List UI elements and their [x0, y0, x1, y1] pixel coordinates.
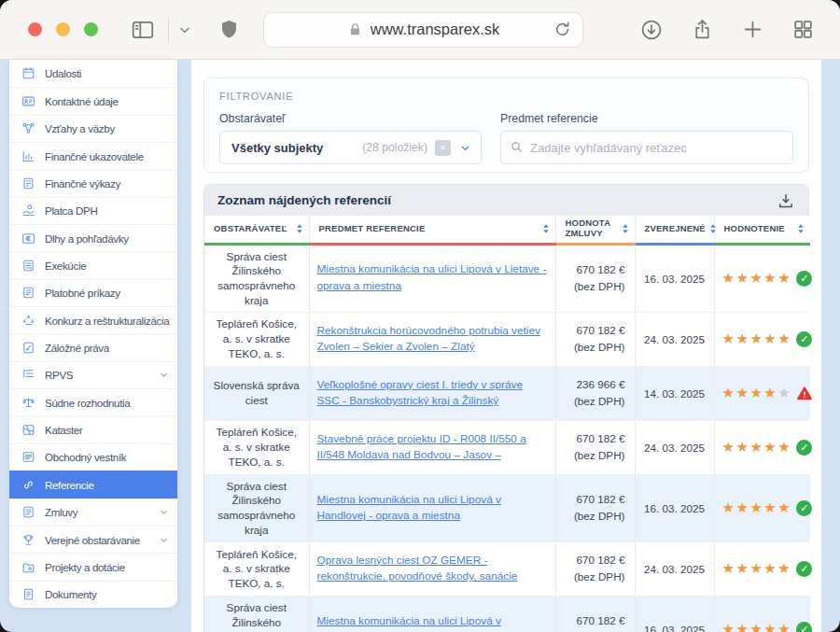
plus-icon [741, 18, 764, 41]
star-rating: ★★★★★ [722, 560, 792, 576]
browser-window: www.transparex.sk UdalostiKontaktné úd [0, 0, 840, 632]
column-header-hodnotenie[interactable]: HODNOTENIE [714, 216, 810, 244]
downloads-button[interactable] [639, 18, 664, 42]
reference-link[interactable]: Stavebné práce projektu ID - R008 II/550… [317, 432, 526, 462]
reference-link[interactable]: Miestna komunikácia na ulici Lipová v Li… [317, 262, 547, 292]
buyer-select-value: Všetky subjekty [231, 141, 323, 155]
tab-overview-button[interactable] [791, 18, 815, 41]
subject-cell: Oprava lesných ciest OZ GEMER -rekonštru… [309, 541, 555, 596]
column-header-hodnota-zmluvy[interactable]: HODNOTA ZMLUVY [555, 216, 635, 244]
buyer-cell: Slovenská správa ciest [204, 366, 309, 420]
published-cell: 16. 03. 2025 [635, 244, 714, 312]
gavel-doc-icon [21, 259, 35, 273]
rating-cell: ★★★★★ [714, 366, 810, 420]
buyer-cell: Tepláreň Košice, a. s. v skratke TEKO, a… [204, 312, 309, 366]
column-label: PREDMET REFERENCIE [319, 224, 426, 234]
table-row: Správa ciest Žilinského samosprávneho kr… [204, 474, 810, 541]
reference-link[interactable]: Rekonštrukcia horúcovodného potrubia vet… [317, 324, 540, 354]
star-rating: ★★★★★ [722, 330, 792, 346]
clear-filter-button[interactable]: × [435, 140, 451, 156]
sidebar-item-vz-ahy-a-v-zby[interactable]: Vzťahy a väzby [9, 115, 177, 142]
sidebar-item-konkurz-a-re-trukturaliz-cia[interactable]: Konkurz a reštrukturalizácia [9, 306, 177, 333]
export-button[interactable] [777, 191, 795, 210]
sidebar-item-udalosti[interactable]: Udalosti [9, 60, 177, 87]
sidebar-item-s-dne-rozhodnutia[interactable]: Súdne rozhodnutia [9, 388, 177, 415]
value-cell: 670 182 €(bez DPH) [555, 474, 635, 541]
sidebar-item-referencie[interactable]: Referencie [9, 470, 177, 498]
sidebar-toggle-button[interactable] [131, 18, 155, 42]
subject-cell: Stavebné práce projektu ID - R008 II/550… [309, 420, 555, 474]
contract-icon [21, 505, 35, 519]
address-bar[interactable]: www.transparex.sk [263, 12, 583, 48]
sidebar-item-z-lo-n-pr-va[interactable]: Záložné práva [9, 333, 177, 360]
privacy-report-button[interactable] [217, 17, 241, 42]
column-header-predmet-referencie[interactable]: PREDMET REFERENCIE [309, 216, 555, 244]
sort-icon [709, 223, 717, 234]
chevron-down-icon [159, 535, 169, 545]
column-label: HODNOTA ZMLUVY [566, 218, 618, 239]
lock-icon [347, 21, 363, 37]
sort-icon [296, 223, 303, 234]
close-button[interactable] [28, 22, 42, 36]
url-text: www.transparex.sk [371, 21, 499, 38]
sidebar-item-exek-cie[interactable]: Exekúcie [9, 251, 177, 278]
sidebar-item-label: Projekty a dotácie [45, 561, 125, 573]
status-warning-icon [796, 386, 813, 401]
status-ok-icon: ✓ [796, 271, 812, 287]
reload-button[interactable] [553, 20, 572, 42]
sidebar-item-finan-n-v-kazy[interactable]: Finančné výkazy [9, 169, 177, 196]
sidebar-item-dlhy-a-poh-ad-vky[interactable]: Dlhy a pohľadávky [9, 224, 177, 251]
sidebar-item-zmluvy[interactable]: Zmluvy [9, 499, 177, 526]
sidebar-item-kataster[interactable]: Kataster [9, 415, 177, 442]
column-header-zverejnen[interactable]: ZVEREJNENÉ [635, 216, 714, 244]
column-label: ZVEREJNENÉ [645, 224, 706, 234]
published-cell: 24. 03. 2025 [635, 312, 714, 366]
column-header-obstar-vate[interactable]: OBSTARÁVATEĽ [204, 216, 309, 244]
reference-link[interactable]: Veľkoplošné opravy ciest I. triedy v spr… [317, 378, 523, 408]
sidebar-item-rpvs[interactable]: RPVS [9, 361, 177, 388]
sidebar-item-platca-dph[interactable]: Platca DPH [9, 197, 177, 224]
status-ok-icon: ✓ [796, 331, 812, 347]
sidebar-item-label: Zmluvy [45, 506, 77, 518]
subject-cell: Miestna komunikácia na ulici Lipová v Ha… [309, 474, 555, 541]
network-icon [21, 121, 35, 135]
sidebar-item-label: RPVS [45, 369, 73, 381]
reference-link[interactable]: Miestna komunikácia na ulici Lipová v Ha… [317, 493, 501, 523]
sidebar-menu-button[interactable] [178, 23, 191, 36]
reference-link[interactable]: Miestna komunikácia na ulici Lipová v Ha… [317, 614, 501, 632]
sidebar-item-obchodn-vestn-k[interactable]: Obchodný vestník [9, 443, 177, 470]
zoom-button[interactable] [84, 22, 98, 36]
value-cell: 670 182 €(bez DPH) [555, 541, 635, 596]
sidebar-item-projekty-a-dot-cie[interactable]: Projekty a dotácie [9, 553, 177, 580]
sidebar-item-label: Referencie [45, 479, 94, 491]
buyer-cell: Tepláreň Košice, a. s. v skratke TEKO, a… [204, 420, 309, 474]
buyer-select[interactable]: Všetky subjekty (28 položiek) × [219, 131, 482, 164]
subject-search-input[interactable] [500, 131, 793, 164]
subject-search-wrap [500, 131, 793, 164]
minimize-button[interactable] [56, 22, 70, 36]
id-card-icon [21, 94, 35, 108]
sidebar-item-platobn-pr-kazy[interactable]: Platobné príkazy [9, 279, 177, 306]
sidebar-item-label: Dokumenty [45, 588, 97, 600]
downloads-icon [639, 18, 664, 42]
new-tab-button[interactable] [741, 18, 764, 41]
status-ok-icon: ✓ [796, 500, 812, 516]
sidebar-item-finan-n-ukazovatele[interactable]: Finančné ukazovatele [9, 142, 177, 169]
invoice-icon [21, 286, 35, 300]
sidebar-item-verejn-obstar-vanie[interactable]: Verejné obstarávanie [9, 526, 177, 553]
sidebar-item-dokumenty[interactable]: Dokumenty [9, 581, 177, 608]
reference-link[interactable]: Oprava lesných ciest OZ GEMER -rekonštru… [317, 554, 518, 583]
pledge-doc-icon [21, 341, 35, 355]
sidebar-item-kontaktn-daje[interactable]: Kontaktné údaje [9, 87, 177, 114]
star-rating: ★★★★★ [722, 270, 792, 286]
sidebar-item-label: Záložné práva [45, 342, 109, 354]
sidebar-item-label: Platobné príkazy [45, 287, 120, 299]
filter-panel-title: FILTROVANIE [219, 91, 793, 102]
share-button[interactable] [691, 18, 714, 41]
table-row: Tepláreň Košice, a. s. v skratke TEKO, a… [204, 541, 810, 596]
table-row: Správa ciest Žilinského samosprávneho kr… [204, 596, 810, 632]
sidebar-column: UdalostiKontaktné údajeVzťahy a väzbyFin… [0, 60, 177, 632]
shield-icon [217, 17, 241, 42]
table-row: Tepláreň Košice, a. s. v skratke TEKO, a… [204, 420, 810, 474]
tab-overview-icon [791, 18, 815, 41]
